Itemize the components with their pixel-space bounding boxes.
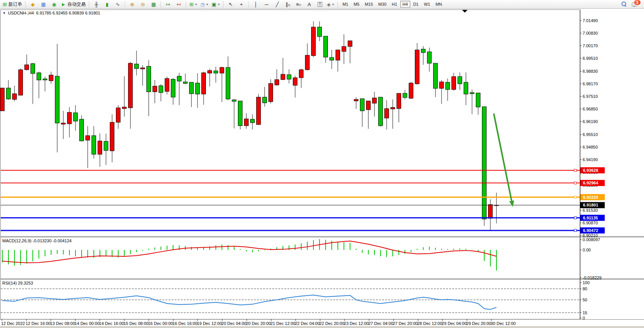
time-tick-label: 20 Dec 04:00	[222, 321, 246, 326]
crosshair-button[interactable]: +	[236, 0, 246, 8]
signals-button[interactable]: ◆	[28, 0, 38, 8]
line-handle[interactable]	[574, 169, 577, 171]
chevron-down-icon[interactable]: ▼	[206, 3, 209, 6]
text-label-icon: T	[318, 2, 322, 7]
window-bottom-edge	[0, 326, 644, 328]
time-tick-label: 14 Dec 00:00	[75, 321, 100, 326]
candle	[31, 64, 35, 74]
text-label-button[interactable]: T	[315, 0, 325, 8]
zoom-out-icon: ⊖	[141, 2, 145, 7]
price-tick-label: 6.96190	[583, 119, 598, 124]
fibonacci-button[interactable]: ≡F	[294, 0, 304, 8]
line-chart-button[interactable]: ∿	[113, 0, 123, 8]
candle	[220, 67, 224, 73]
auto-scroll-icon: ↦	[166, 2, 170, 7]
time-tick-label: 22 Dec 20:00	[320, 321, 344, 326]
candle	[208, 70, 212, 73]
autotrading-button[interactable]: ►自动交易	[60, 0, 87, 8]
line-handle[interactable]	[574, 196, 577, 198]
rsi-label: RSI(14) 29.3253	[2, 281, 33, 285]
time-tick-label: 20 Dec 20:00	[246, 321, 271, 326]
candle	[147, 66, 151, 92]
candlestick-chart-button[interactable]: ▮	[102, 0, 112, 8]
search-icon[interactable]	[621, 1, 627, 7]
time-tick-label: 27 Dec 20:00	[393, 321, 418, 326]
trendline-button[interactable]: ╱	[272, 0, 282, 8]
chart-shift-button[interactable]: ↤	[174, 0, 184, 8]
price-tick-label: 6.97510	[583, 94, 598, 99]
chevron-down-icon[interactable]: ▼	[332, 3, 334, 6]
candle	[43, 79, 47, 80]
shapes-button[interactable]: ◈▼	[326, 0, 336, 8]
line-handle[interactable]	[574, 182, 577, 184]
timeframe-m1-button[interactable]: M1	[340, 1, 350, 8]
timeframe-d1-button[interactable]: D1	[411, 1, 421, 8]
text-button[interactable]: A	[304, 0, 314, 8]
candle	[287, 75, 291, 79]
candle	[324, 36, 328, 57]
candle	[421, 49, 426, 53]
macd-tick-label: -0.018229	[583, 275, 602, 280]
candle	[263, 97, 267, 103]
profiles-button[interactable]: ◷▼	[199, 0, 210, 8]
time-tick-label: 30 Dec 12:00	[491, 321, 516, 326]
candle	[116, 108, 120, 122]
candle	[0, 88, 5, 111]
candle	[183, 82, 188, 83]
candle	[409, 83, 413, 98]
price-tick-label: 7.01490	[583, 18, 598, 23]
shapes-icon: ◈	[327, 2, 331, 7]
candle	[251, 119, 255, 123]
timeframe-m5-button[interactable]: M5	[351, 1, 361, 8]
candle	[196, 83, 200, 94]
news-button[interactable]: ◉	[49, 0, 59, 8]
candle	[25, 65, 29, 70]
timeframe-h1-button[interactable]: H1	[390, 1, 400, 8]
price-tick-label: 6.98830	[583, 69, 598, 74]
price-badge-label: 6.92220	[583, 195, 598, 200]
candle	[336, 50, 340, 60]
new-chart-icon: ⊞	[190, 2, 194, 7]
chart-canvas[interactable]: 7.014907.008307.001706.995106.988306.981…	[0, 9, 644, 328]
candle	[165, 78, 169, 91]
timeframe-w1-button[interactable]: W1	[422, 1, 433, 8]
timeframe-m30-button[interactable]: M30	[376, 1, 389, 8]
time-tick-label: 14 Dec 16:00	[99, 321, 124, 326]
timeframe-h4-button[interactable]: H4	[400, 1, 410, 8]
zoom-in-button[interactable]: ⊕	[127, 0, 137, 8]
timeframe-mn-button[interactable]: MN	[433, 1, 444, 8]
zoom-out-button[interactable]: ⊖	[138, 0, 148, 8]
auto-scroll-button[interactable]: ↦	[163, 0, 173, 8]
candle	[226, 67, 230, 99]
bar-chart-button[interactable]: ╫	[92, 0, 101, 8]
time-tick-label: 15 Dec 08:00	[124, 321, 148, 326]
horizontal-line-button[interactable]: ─	[262, 0, 271, 8]
indicators-button[interactable]: ▣▼	[210, 0, 221, 8]
rsi-tick-label: 0	[583, 316, 585, 320]
chevron-down-icon[interactable]: ▼	[195, 3, 198, 6]
timeframe-m15-button[interactable]: M15	[363, 1, 375, 8]
chevron-down-icon[interactable]: ▼	[217, 3, 220, 6]
cursor-button[interactable]: ↖	[226, 0, 236, 8]
candle	[232, 100, 236, 101]
line-handle[interactable]	[574, 217, 577, 219]
candle	[305, 55, 310, 70]
horizontal-line-icon: ─	[265, 2, 268, 7]
notifications-button[interactable]: 1	[632, 1, 639, 8]
new-chart-button[interactable]: ⊞▼	[188, 0, 199, 8]
candle	[159, 86, 163, 93]
toolbar: ⊞新订单◆▦◉►自动交易╫▮∿⊕⊖▦↦↤⊞▼◷▼▣▼↖+│─╱∥E≡FAT◈▼M…	[0, 0, 644, 9]
mt4-window: ⊞新订单◆▦◉►自动交易╫▮∿⊕⊖▦↦↤⊞▼◷▼▣▼↖+│─╱∥E≡FAT◈▼M…	[0, 0, 644, 328]
candle	[330, 58, 334, 60]
vertical-line-button[interactable]: │	[251, 0, 261, 8]
candle	[348, 41, 352, 46]
price-tick-label: 6.91530	[583, 208, 598, 213]
time-tick-label: 12 Dec 16:00	[26, 321, 50, 326]
equidistant-channel-button[interactable]: ∥E	[283, 0, 293, 8]
market-button[interactable]: ▦	[39, 0, 48, 8]
candle	[275, 80, 279, 85]
tile-windows-button[interactable]: ▦	[149, 0, 159, 8]
collapse-arrow-icon[interactable]: ▼	[3, 11, 6, 15]
new-order-button[interactable]: ⊞新订单	[2, 0, 23, 8]
line-handle[interactable]	[574, 229, 577, 232]
